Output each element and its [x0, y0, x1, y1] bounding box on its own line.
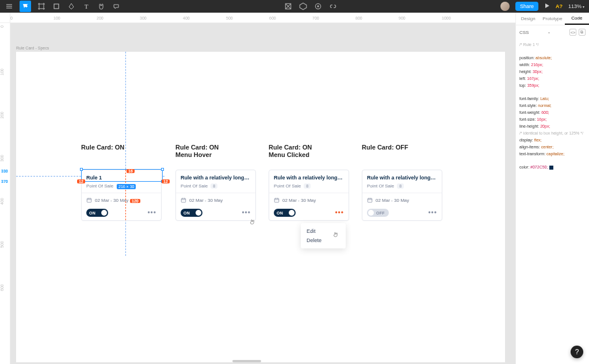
center-tool-1-icon[interactable] [284, 2, 292, 10]
pen-tool-icon[interactable] [67, 2, 76, 11]
rule-card-off[interactable]: Rule with a relatively long na... Point … [362, 170, 442, 221]
rule-toggle[interactable]: ON [86, 209, 108, 217]
rule-toggle[interactable]: OFF [367, 209, 389, 217]
more-icon[interactable]: ••• [335, 209, 344, 217]
rule-toggle[interactable]: ON [181, 209, 202, 217]
rule-channel: Point Of Sale [181, 183, 208, 189]
horizontal-scrollbar[interactable] [232, 360, 261, 362]
calendar-icon [86, 197, 92, 203]
cursor-icon [249, 219, 256, 225]
ruler-vertical: 0100200300400500600 330 370 [0, 23, 10, 364]
rule-count-badge: 8 [304, 183, 311, 189]
rule-title: Rule with a relatively long na... [274, 175, 344, 181]
ruler-horizontal: 01002003004005006007008009001000 [10, 13, 515, 23]
calendar-icon [274, 197, 280, 203]
present-icon[interactable] [544, 3, 550, 10]
rule-toggle[interactable]: ON [274, 209, 296, 217]
svg-rect-4 [87, 198, 91, 202]
artboard[interactable]: Rule Card - Specs Rule Card: ON Rule Car… [16, 52, 505, 362]
rule-card-clicked[interactable]: Rule with a relatively long na... Point … [269, 170, 349, 221]
gap-pill-top: 16 [127, 169, 135, 173]
top-toolbar: T Share A? 113%▾ [0, 0, 589, 13]
calendar-icon [367, 197, 373, 203]
col-title-3: Rule Card: ON Menu Clicked [269, 144, 312, 159]
hand-tool-icon[interactable] [97, 2, 106, 11]
col-title-4: Rule Card: OFF [362, 144, 408, 151]
svg-rect-5 [181, 198, 186, 202]
more-icon[interactable]: ••• [428, 209, 437, 217]
css-code[interactable]: /* Rule 1 */ position: absolute; width: … [516, 39, 589, 173]
rule-title: Rule with a relatively long na... [367, 175, 437, 181]
gap-pill-bottom: 120 [130, 199, 140, 203]
frame-tool-icon[interactable] [37, 2, 46, 11]
svg-rect-6 [274, 198, 279, 202]
rule-card-hover[interactable]: Rule with a relatively long na... Point … [175, 170, 256, 221]
tab-prototype[interactable]: Prototype [540, 13, 564, 25]
col-title-1: Rule Card: ON [81, 144, 124, 151]
cursor-icon [332, 231, 339, 238]
center-tool-4-icon[interactable] [329, 2, 337, 10]
copy-icon[interactable]: ⧉ [579, 29, 586, 36]
rule-title: Rule 1 [86, 175, 156, 181]
rule-dates: 02 Mar - 30 May [376, 198, 409, 203]
move-tool-icon[interactable] [20, 1, 31, 12]
help-fab[interactable]: ? [571, 346, 583, 358]
rectangle-tool-icon[interactable] [52, 2, 61, 11]
calendar-icon [181, 197, 186, 203]
share-button[interactable]: Share [515, 2, 538, 11]
frame-label: Rule Card - Specs [16, 46, 49, 50]
rule-count-badge: 8 [397, 183, 404, 189]
inspector-panel: Design Prototype Code CSS ▾ <> ⧉ /* Rule… [515, 13, 589, 364]
code-icon[interactable]: <> [569, 29, 576, 36]
rule-dates: 02 Mar - 30 May [282, 198, 316, 203]
rule-count-badge: 8 [211, 183, 217, 189]
gap-pill-right: 12 [162, 179, 170, 183]
rule-card-on[interactable]: Rule 1 Point Of Sale8 02 Mar - 30 May ON… [81, 170, 162, 221]
dimension-pill: 216 × 30 [117, 184, 136, 189]
svg-point-3 [317, 5, 319, 7]
guide-vertical [125, 170, 126, 220]
rule-channel: Point Of Sale [367, 183, 394, 189]
comment-tool-icon[interactable] [112, 2, 121, 11]
gap-pill-left: 12 [77, 179, 85, 183]
rule-dates: 02 Mar - 30 May [95, 198, 128, 203]
css-section-label: CSS [519, 30, 529, 35]
text-tool-icon[interactable]: T [82, 2, 91, 11]
col-title-2: Rule Card: ON Menu Hover [175, 144, 219, 159]
dev-badge[interactable]: A? [556, 3, 563, 9]
rule-channel: Point Of Sale [274, 183, 301, 189]
svg-rect-7 [368, 198, 372, 202]
rule-channel: Point Of Sale [86, 183, 113, 189]
ruler-corner [0, 13, 10, 23]
zoom-control[interactable]: 113%▾ [568, 3, 584, 9]
more-icon[interactable]: ••• [147, 209, 156, 217]
svg-rect-0 [54, 4, 59, 9]
canvas[interactable]: 01002003004005006007008009001000 0100200… [0, 13, 515, 364]
avatar[interactable] [500, 2, 510, 11]
tab-design[interactable]: Design [516, 13, 540, 25]
center-tool-3-icon[interactable] [314, 2, 322, 10]
color-swatch [549, 166, 553, 170]
center-tool-2-icon[interactable] [299, 2, 307, 10]
more-icon[interactable]: ••• [242, 209, 251, 217]
rule-title: Rule with a relatively long na... [181, 175, 251, 181]
rule-dates: 02 Mar - 30 May [189, 198, 223, 203]
inspector-tabs: Design Prototype Code [516, 13, 589, 25]
tab-code[interactable]: Code [565, 13, 589, 25]
menu-icon[interactable] [5, 2, 14, 11]
